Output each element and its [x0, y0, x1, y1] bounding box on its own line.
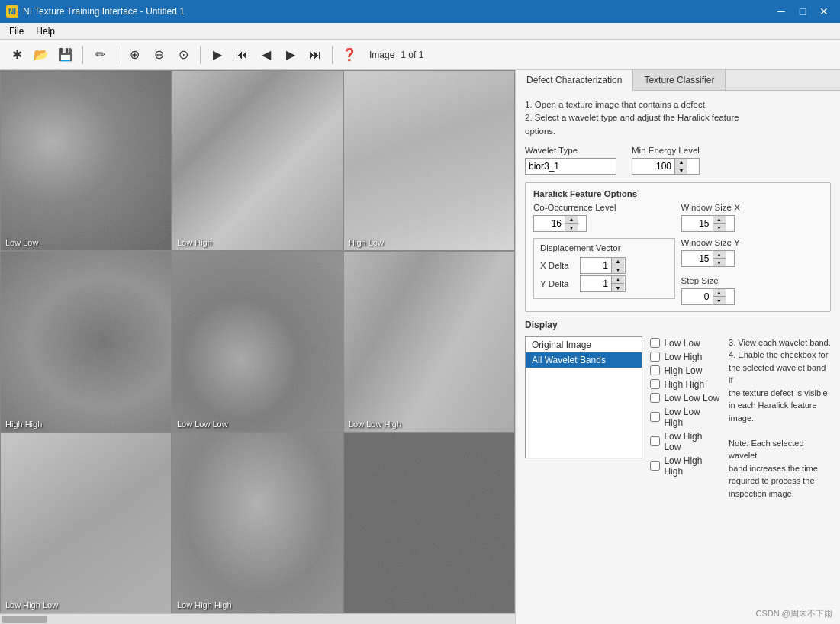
image-cell-low-high-high[interactable]: Low High High	[172, 433, 343, 613]
x-delta-value[interactable]	[581, 258, 611, 273]
y-delta-increment[interactable]: ▲	[612, 276, 624, 284]
x-delta-row: X Delta ▲ ▼	[540, 257, 668, 274]
x-delta-spinbox-buttons: ▲ ▼	[611, 258, 624, 273]
help-button[interactable]: ❓	[339, 44, 360, 66]
image-panel: Low Low Low High High Low High High Low …	[0, 70, 515, 624]
skip-end-button[interactable]: ⏭	[304, 44, 326, 66]
min-energy-spinbox[interactable]: ▲ ▼	[632, 158, 700, 175]
image-cell-low-low-low[interactable]: Low Low Low	[172, 251, 343, 432]
checkbox-low-low-high[interactable]	[650, 412, 660, 422]
zoom-in-button[interactable]: ⊕	[124, 44, 145, 66]
image-label-high-low: High Low	[349, 238, 384, 247]
image-cell-low-low[interactable]: Low Low	[0, 70, 172, 251]
cb-label-low-high: Low High	[664, 352, 702, 362]
tab-texture-classifier[interactable]: Texture Classifier	[633, 70, 726, 90]
main-area: Low Low Low High High Low High High Low …	[0, 70, 840, 624]
tab-defect-characterization[interactable]: Defect Characterization	[516, 70, 633, 91]
step-size-increment[interactable]: ▲	[713, 289, 726, 297]
tab-bar: Defect Characterization Texture Classifi…	[516, 70, 840, 91]
cb-item-high-low[interactable]: High Low	[650, 364, 721, 378]
skip-start-button[interactable]: ⏮	[231, 44, 253, 66]
checkbox-low-low[interactable]	[650, 338, 660, 348]
zoom-out-button[interactable]: ⊖	[148, 44, 169, 66]
step-size-value[interactable]	[682, 289, 713, 304]
minimize-button[interactable]: ─	[771, 4, 791, 19]
edit-button[interactable]: ✏	[89, 44, 111, 66]
listbox-item-original[interactable]: Original Image	[526, 337, 642, 352]
display-listbox[interactable]: Original Image All Wavelet Bands	[525, 336, 642, 458]
step-size-spinbox[interactable]: ▲ ▼	[681, 288, 735, 305]
app-icon: NI	[6, 5, 18, 18]
cb-item-high-high[interactable]: High High	[650, 378, 721, 391]
haralick-group: Haralick Feature Options Co-Occurrence L…	[525, 182, 831, 312]
window-size-x-group: Window Size X ▲ ▼	[681, 203, 823, 232]
save-button[interactable]: 💾	[55, 44, 76, 66]
maximize-button[interactable]: □	[793, 4, 813, 19]
x-delta-increment[interactable]: ▲	[612, 258, 624, 265]
x-delta-spinbox[interactable]: ▲ ▼	[580, 257, 626, 274]
min-energy-value[interactable]	[632, 159, 674, 174]
cb-item-low-high-low[interactable]: Low High Low	[650, 429, 721, 454]
checkbox-low-high-low[interactable]	[650, 436, 660, 446]
y-delta-spinbox-buttons: ▲ ▼	[611, 276, 624, 291]
step-size-decrement[interactable]: ▼	[713, 296, 726, 304]
display-title: Display	[525, 320, 831, 330]
cb-item-low-low-high[interactable]: Low Low High	[650, 405, 721, 429]
y-delta-value[interactable]	[581, 276, 611, 291]
checkbox-low-high[interactable]	[650, 352, 660, 362]
checkbox-low-high-high[interactable]	[650, 461, 660, 471]
right-panel: Defect Characterization Texture Classifi…	[515, 70, 840, 624]
cb-item-low-low-low[interactable]: Low Low Low	[650, 391, 721, 405]
co-occurrence-spinbox[interactable]: ▲ ▼	[533, 215, 587, 232]
new-button[interactable]: ✱	[6, 44, 27, 66]
cb-label-low-high-low: Low High Low	[664, 431, 721, 452]
min-energy-decrement[interactable]: ▼	[675, 166, 687, 174]
min-energy-label: Min Energy Level	[632, 146, 700, 155]
close-button[interactable]: ✕	[814, 4, 834, 19]
window-size-y-value[interactable]	[682, 251, 713, 266]
cb-item-low-low[interactable]: Low Low	[650, 336, 721, 350]
window-size-x-value[interactable]	[682, 216, 713, 231]
wavelet-type-select-wrapper[interactable]: ▾	[525, 158, 616, 175]
image-label-low-low-high: Low Low High	[349, 420, 401, 429]
co-occurrence-increment[interactable]: ▲	[565, 216, 578, 224]
window-size-x-decrement[interactable]: ▼	[713, 223, 726, 231]
image-cell-high-low[interactable]: High Low	[343, 70, 515, 251]
wavelet-type-input[interactable]	[526, 161, 646, 172]
image-cell-low-high[interactable]: Low High	[172, 70, 343, 251]
checkbox-low-low-low[interactable]	[650, 393, 660, 403]
y-delta-decrement[interactable]: ▼	[612, 283, 624, 291]
window-size-x-spinbox[interactable]: ▲ ▼	[681, 215, 735, 232]
co-occurrence-decrement[interactable]: ▼	[565, 223, 578, 231]
min-energy-spinbox-buttons: ▲ ▼	[674, 159, 687, 174]
image-cell-low-high-low[interactable]: Low High Low	[0, 433, 172, 613]
menu-help[interactable]: Help	[30, 24, 61, 38]
cb-item-low-high[interactable]: Low High	[650, 350, 721, 364]
play-button[interactable]: ▶	[207, 44, 228, 66]
cb-item-low-high-high[interactable]: Low High High	[650, 454, 721, 478]
checkbox-high-high[interactable]	[650, 379, 660, 389]
y-delta-label: Y Delta	[540, 279, 575, 288]
zoom-fit-button[interactable]: ⊙	[172, 44, 194, 66]
menu-file[interactable]: File	[3, 24, 30, 38]
image-cell-high-high[interactable]: High High	[0, 251, 172, 432]
co-occurrence-value[interactable]	[534, 216, 565, 231]
open-button[interactable]: 📂	[31, 44, 52, 66]
window-size-y-decrement[interactable]: ▼	[713, 258, 726, 266]
window-size-x-increment[interactable]: ▲	[713, 216, 726, 224]
window-size-y-spinbox[interactable]: ▲ ▼	[681, 250, 735, 267]
window-size-y-increment[interactable]: ▲	[713, 251, 726, 259]
haralick-grid: Co-Occurrence Level ▲ ▼ Window Size X	[533, 203, 822, 305]
horizontal-scrollbar[interactable]	[0, 613, 515, 624]
x-delta-decrement[interactable]: ▼	[612, 265, 624, 273]
min-energy-increment[interactable]: ▲	[675, 159, 687, 166]
listbox-item-all-wavelet[interactable]: All Wavelet Bands	[526, 352, 642, 368]
cb-label-low-low-low: Low Low Low	[664, 393, 719, 404]
scroll-thumb[interactable]	[2, 616, 47, 623]
prev-button[interactable]: ◀	[256, 44, 277, 66]
image-cell-low-low-high[interactable]: Low Low High	[343, 251, 515, 432]
next-button[interactable]: ▶	[280, 44, 301, 66]
y-delta-spinbox[interactable]: ▲ ▼	[580, 275, 626, 292]
cb-label-high-high: High High	[664, 379, 704, 390]
checkbox-high-low[interactable]	[650, 365, 660, 375]
